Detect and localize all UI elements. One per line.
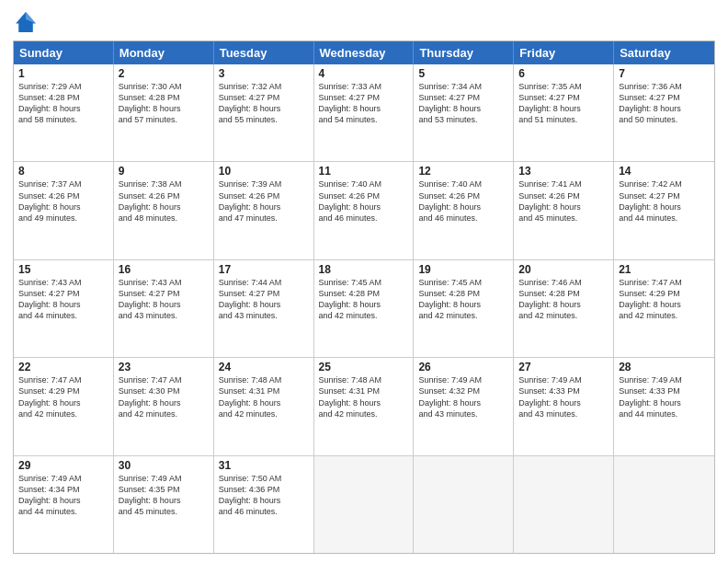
day-number: 20 bbox=[518, 263, 609, 276]
day-number: 8 bbox=[18, 165, 108, 178]
day-number: 26 bbox=[418, 361, 508, 373]
day-info: Sunrise: 7:32 AM Sunset: 4:27 PM Dayligh… bbox=[219, 81, 309, 126]
cal-cell: 6Sunrise: 7:35 AM Sunset: 4:27 PM Daylig… bbox=[514, 64, 614, 161]
day-number: 31 bbox=[219, 459, 309, 472]
day-info: Sunrise: 7:36 AM Sunset: 4:27 PM Dayligh… bbox=[619, 81, 710, 126]
day-info: Sunrise: 7:49 AM Sunset: 4:35 PM Dayligh… bbox=[119, 473, 209, 518]
day-number: 14 bbox=[619, 165, 710, 178]
cal-cell: 26Sunrise: 7:49 AM Sunset: 4:32 PM Dayli… bbox=[414, 358, 514, 454]
cal-header-wednesday: Wednesday bbox=[314, 41, 415, 64]
cal-week-1: 1Sunrise: 7:29 AM Sunset: 4:28 PM Daylig… bbox=[14, 64, 714, 161]
cal-cell: 22Sunrise: 7:47 AM Sunset: 4:29 PM Dayli… bbox=[14, 358, 114, 454]
day-info: Sunrise: 7:37 AM Sunset: 4:26 PM Dayligh… bbox=[18, 178, 108, 224]
day-number: 12 bbox=[418, 165, 508, 178]
day-info: Sunrise: 7:34 AM Sunset: 4:27 PM Dayligh… bbox=[418, 81, 508, 126]
day-number: 17 bbox=[219, 263, 309, 276]
cal-cell: 4Sunrise: 7:33 AM Sunset: 4:27 PM Daylig… bbox=[314, 64, 415, 161]
calendar-body: 1Sunrise: 7:29 AM Sunset: 4:28 PM Daylig… bbox=[14, 64, 714, 553]
cal-cell: 30Sunrise: 7:49 AM Sunset: 4:35 PM Dayli… bbox=[114, 456, 214, 553]
cal-cell: 10Sunrise: 7:39 AM Sunset: 4:26 PM Dayli… bbox=[214, 162, 314, 259]
day-info: Sunrise: 7:49 AM Sunset: 4:33 PM Dayligh… bbox=[619, 374, 710, 419]
day-info: Sunrise: 7:43 AM Sunset: 4:27 PM Dayligh… bbox=[119, 277, 209, 322]
day-info: Sunrise: 7:50 AM Sunset: 4:36 PM Dayligh… bbox=[219, 473, 309, 518]
day-number: 9 bbox=[119, 165, 209, 178]
day-number: 16 bbox=[119, 263, 209, 276]
day-info: Sunrise: 7:41 AM Sunset: 4:26 PM Dayligh… bbox=[518, 178, 609, 224]
cal-cell: 21Sunrise: 7:47 AM Sunset: 4:29 PM Dayli… bbox=[614, 260, 714, 357]
cal-cell: 14Sunrise: 7:42 AM Sunset: 4:27 PM Dayli… bbox=[614, 162, 714, 259]
day-number: 29 bbox=[18, 459, 108, 472]
cal-week-2: 8Sunrise: 7:37 AM Sunset: 4:26 PM Daylig… bbox=[14, 161, 714, 259]
day-info: Sunrise: 7:44 AM Sunset: 4:27 PM Dayligh… bbox=[219, 277, 309, 322]
day-info: Sunrise: 7:42 AM Sunset: 4:27 PM Dayligh… bbox=[619, 178, 710, 224]
day-info: Sunrise: 7:49 AM Sunset: 4:34 PM Dayligh… bbox=[18, 473, 108, 518]
day-number: 21 bbox=[619, 263, 710, 276]
day-number: 22 bbox=[18, 361, 108, 373]
calendar: SundayMondayTuesdayWednesdayThursdayFrid… bbox=[13, 40, 715, 554]
cal-cell: 7Sunrise: 7:36 AM Sunset: 4:27 PM Daylig… bbox=[614, 64, 714, 161]
day-number: 19 bbox=[418, 263, 508, 276]
cal-cell: 2Sunrise: 7:30 AM Sunset: 4:28 PM Daylig… bbox=[114, 64, 214, 161]
cal-cell: 31Sunrise: 7:50 AM Sunset: 4:36 PM Dayli… bbox=[214, 456, 314, 553]
day-info: Sunrise: 7:49 AM Sunset: 4:33 PM Dayligh… bbox=[518, 374, 609, 419]
day-number: 24 bbox=[219, 361, 309, 373]
cal-cell: 9Sunrise: 7:38 AM Sunset: 4:26 PM Daylig… bbox=[114, 162, 214, 259]
day-number: 30 bbox=[119, 459, 209, 472]
cal-cell: 8Sunrise: 7:37 AM Sunset: 4:26 PM Daylig… bbox=[14, 162, 114, 259]
day-info: Sunrise: 7:33 AM Sunset: 4:27 PM Dayligh… bbox=[319, 81, 409, 126]
cal-cell bbox=[514, 456, 614, 553]
day-info: Sunrise: 7:48 AM Sunset: 4:31 PM Dayligh… bbox=[219, 374, 309, 419]
cal-header-saturday: Saturday bbox=[614, 41, 714, 64]
logo-icon bbox=[13, 9, 39, 35]
cal-header-thursday: Thursday bbox=[414, 41, 514, 64]
day-number: 7 bbox=[619, 67, 710, 80]
day-info: Sunrise: 7:48 AM Sunset: 4:31 PM Dayligh… bbox=[319, 374, 409, 419]
cal-cell: 16Sunrise: 7:43 AM Sunset: 4:27 PM Dayli… bbox=[114, 260, 214, 357]
cal-cell: 3Sunrise: 7:32 AM Sunset: 4:27 PM Daylig… bbox=[214, 64, 314, 161]
cal-cell: 19Sunrise: 7:45 AM Sunset: 4:28 PM Dayli… bbox=[414, 260, 514, 357]
day-number: 4 bbox=[319, 67, 409, 80]
cal-cell: 5Sunrise: 7:34 AM Sunset: 4:27 PM Daylig… bbox=[414, 64, 514, 161]
day-number: 23 bbox=[119, 361, 209, 373]
cal-cell: 13Sunrise: 7:41 AM Sunset: 4:26 PM Dayli… bbox=[514, 162, 614, 259]
cal-header-friday: Friday bbox=[514, 41, 614, 64]
day-info: Sunrise: 7:45 AM Sunset: 4:28 PM Dayligh… bbox=[418, 277, 508, 322]
cal-cell: 28Sunrise: 7:49 AM Sunset: 4:33 PM Dayli… bbox=[614, 358, 714, 454]
day-number: 1 bbox=[18, 67, 108, 80]
day-number: 6 bbox=[518, 67, 609, 80]
day-number: 11 bbox=[319, 165, 409, 178]
header bbox=[13, 9, 715, 35]
day-info: Sunrise: 7:40 AM Sunset: 4:26 PM Dayligh… bbox=[319, 178, 409, 224]
cal-cell: 1Sunrise: 7:29 AM Sunset: 4:28 PM Daylig… bbox=[14, 64, 114, 161]
day-number: 28 bbox=[619, 361, 710, 373]
day-number: 27 bbox=[518, 361, 609, 373]
day-info: Sunrise: 7:38 AM Sunset: 4:26 PM Dayligh… bbox=[119, 178, 209, 224]
cal-week-5: 29Sunrise: 7:49 AM Sunset: 4:34 PM Dayli… bbox=[14, 455, 714, 553]
day-number: 3 bbox=[219, 67, 309, 80]
cal-cell bbox=[414, 456, 514, 553]
cal-cell: 23Sunrise: 7:47 AM Sunset: 4:30 PM Dayli… bbox=[114, 358, 214, 454]
day-info: Sunrise: 7:43 AM Sunset: 4:27 PM Dayligh… bbox=[18, 277, 108, 322]
day-info: Sunrise: 7:29 AM Sunset: 4:28 PM Dayligh… bbox=[18, 81, 108, 126]
cal-cell bbox=[314, 456, 415, 553]
cal-cell: 25Sunrise: 7:48 AM Sunset: 4:31 PM Dayli… bbox=[314, 358, 415, 454]
cal-cell: 17Sunrise: 7:44 AM Sunset: 4:27 PM Dayli… bbox=[214, 260, 314, 357]
logo bbox=[13, 9, 42, 35]
cal-cell: 11Sunrise: 7:40 AM Sunset: 4:26 PM Dayli… bbox=[314, 162, 415, 259]
day-info: Sunrise: 7:45 AM Sunset: 4:28 PM Dayligh… bbox=[319, 277, 409, 322]
day-number: 25 bbox=[319, 361, 409, 373]
day-info: Sunrise: 7:35 AM Sunset: 4:27 PM Dayligh… bbox=[518, 81, 609, 126]
day-number: 10 bbox=[219, 165, 309, 178]
cal-cell bbox=[614, 456, 714, 553]
page: SundayMondayTuesdayWednesdayThursdayFrid… bbox=[0, 0, 728, 563]
day-info: Sunrise: 7:40 AM Sunset: 4:26 PM Dayligh… bbox=[418, 178, 508, 224]
day-info: Sunrise: 7:47 AM Sunset: 4:29 PM Dayligh… bbox=[18, 374, 108, 419]
day-number: 13 bbox=[518, 165, 609, 178]
day-info: Sunrise: 7:47 AM Sunset: 4:30 PM Dayligh… bbox=[119, 374, 209, 419]
cal-week-4: 22Sunrise: 7:47 AM Sunset: 4:29 PM Dayli… bbox=[14, 357, 714, 454]
day-number: 18 bbox=[319, 263, 409, 276]
cal-cell: 24Sunrise: 7:48 AM Sunset: 4:31 PM Dayli… bbox=[214, 358, 314, 454]
cal-header-monday: Monday bbox=[114, 41, 214, 64]
cal-cell: 20Sunrise: 7:46 AM Sunset: 4:28 PM Dayli… bbox=[514, 260, 614, 357]
cal-header-sunday: Sunday bbox=[14, 41, 114, 64]
